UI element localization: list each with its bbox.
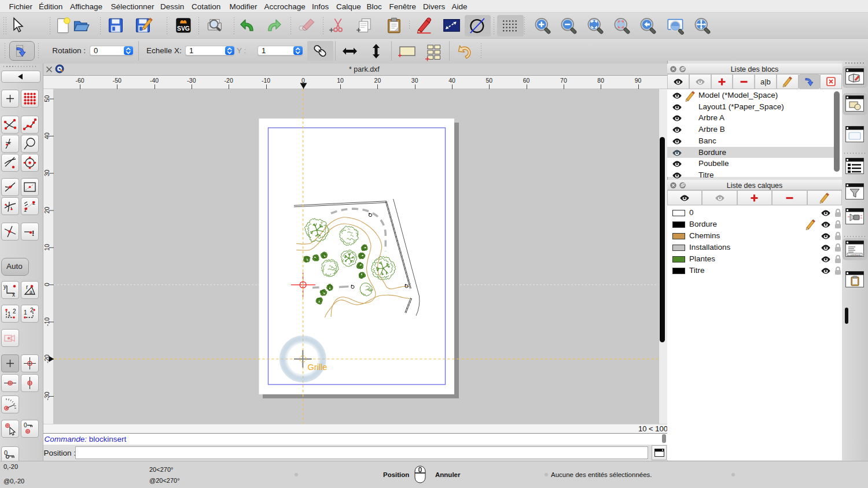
svg-text:10: 10 (43, 244, 50, 251)
svg-text:a: a (30, 289, 32, 295)
svg-text:SVG: SVG (177, 25, 190, 32)
svg-text:1: 1 (24, 309, 27, 316)
svg-text:0: 0 (24, 422, 27, 428)
svg-text:x: x (12, 291, 15, 298)
svg-text:y: y (3, 283, 6, 290)
svg-text:r: r (26, 284, 28, 290)
svg-text:!: ! (32, 229, 34, 238)
svg-text:1: 1 (8, 311, 11, 317)
svg-text:2: 2 (30, 307, 34, 313)
svg-text:-30: -30 (43, 391, 50, 400)
svg-text:40: 40 (43, 132, 50, 139)
svg-text:50: 50 (43, 95, 50, 102)
svg-text:2: 2 (13, 308, 16, 315)
svg-text:0: 0 (43, 283, 50, 286)
svg-text:-10: -10 (43, 317, 50, 326)
svg-text:20: 20 (43, 207, 50, 214)
svg-text:Grille: Grille (308, 363, 328, 372)
svg-text:30: 30 (43, 169, 50, 176)
svg-text:c command: c command (848, 253, 860, 256)
